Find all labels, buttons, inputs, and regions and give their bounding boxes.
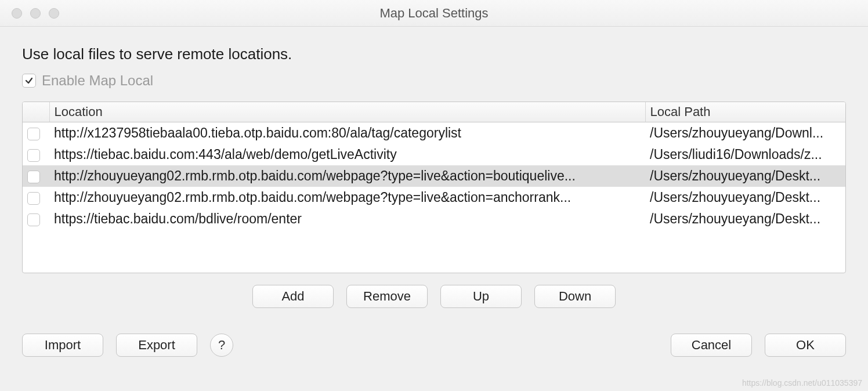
header-location[interactable]: Location [49,102,645,122]
footer-row: Import Export ? Cancel OK [22,334,846,357]
header-checkbox[interactable] [23,102,49,122]
window-title: Map Local Settings [0,6,868,21]
checkmark-icon [25,77,33,85]
row-local-path: /Users/zhouyueyang/Downl... [645,122,845,144]
export-button[interactable]: Export [116,334,197,357]
row-checkbox-cell[interactable] [23,144,49,165]
remove-button[interactable]: Remove [346,285,428,308]
table-header-row: Location Local Path [23,102,845,122]
add-button[interactable]: Add [252,285,334,308]
enable-map-local-checkbox[interactable] [22,74,36,88]
row-checkbox-cell[interactable] [23,187,49,208]
watermark-text: https://blog.csdn.net/u011035397 [742,378,862,388]
row-checkbox[interactable] [27,171,40,183]
minimize-icon[interactable] [30,8,41,19]
up-button[interactable]: Up [440,285,522,308]
down-button[interactable]: Down [534,285,616,308]
row-checkbox-cell[interactable] [23,122,49,144]
enable-map-local-row: Enable Map Local [22,73,846,89]
dialog-content: Use local files to serve remote location… [0,27,868,368]
ok-button[interactable]: OK [765,334,846,357]
row-checkbox[interactable] [27,213,40,226]
row-location: http://zhouyueyang02.rmb.rmb.otp.baidu.c… [49,165,645,187]
row-checkbox[interactable] [27,149,40,162]
row-local-path: /Users/zhouyueyang/Deskt... [645,165,845,187]
description-text: Use local files to serve remote location… [22,45,846,63]
cancel-button[interactable]: Cancel [671,334,752,357]
enable-map-local-label: Enable Map Local [42,73,153,89]
row-local-path: /Users/liudi16/Downloads/z... [645,144,845,165]
row-checkbox-cell[interactable] [23,208,49,230]
header-local-path[interactable]: Local Path [645,102,845,122]
import-button[interactable]: Import [22,334,103,357]
row-checkbox-cell[interactable] [23,165,49,187]
table-row[interactable]: http://x1237958tiebaala00.tieba.otp.baid… [23,122,845,144]
row-location: http://zhouyueyang02.rmb.rmb.otp.baidu.c… [49,187,645,208]
row-checkbox[interactable] [27,128,40,140]
row-location: https://tiebac.baidu.com/bdlive/room/ent… [49,208,645,230]
titlebar: Map Local Settings [0,0,868,27]
help-button[interactable]: ? [210,334,233,357]
table-row[interactable]: http://zhouyueyang02.rmb.rmb.otp.baidu.c… [23,187,845,208]
row-location: https://tiebac.baidu.com:443/ala/web/dem… [49,144,645,165]
table-row[interactable]: http://zhouyueyang02.rmb.rmb.otp.baidu.c… [23,165,845,187]
row-local-path: /Users/zhouyueyang/Deskt... [645,208,845,230]
table-row[interactable]: https://tiebac.baidu.com:443/ala/web/dem… [23,144,845,165]
row-location: http://x1237958tiebaala00.tieba.otp.baid… [49,122,645,144]
row-local-path: /Users/zhouyueyang/Deskt... [645,187,845,208]
row-checkbox[interactable] [27,192,40,205]
close-icon[interactable] [12,8,22,19]
table-row[interactable]: https://tiebac.baidu.com/bdlive/room/ent… [23,208,845,230]
window-controls [12,8,59,19]
list-buttons: Add Remove Up Down [22,285,846,308]
mappings-table: Location Local Path http://x1237958tieba… [22,102,846,273]
zoom-icon[interactable] [49,8,59,19]
